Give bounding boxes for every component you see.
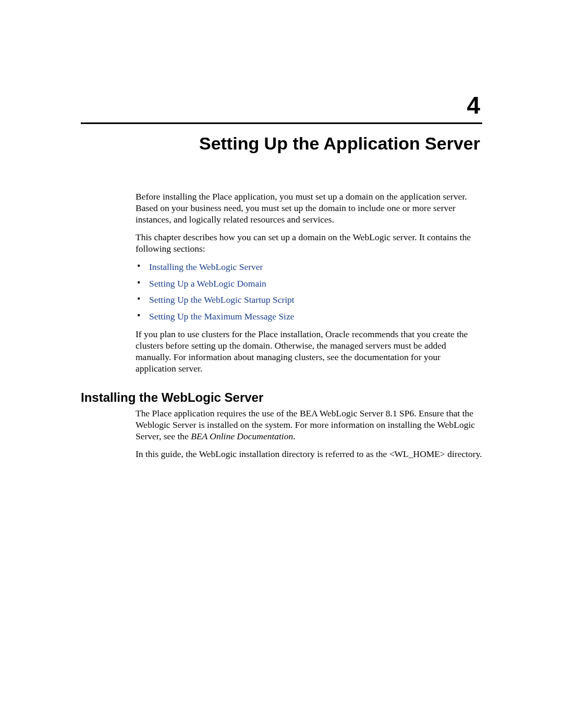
section1-paragraph-2: In this guide, the WebLogic installation… <box>136 449 482 460</box>
page: 4 Setting Up the Application Server Befo… <box>0 91 563 728</box>
section-links-list: Installing the WebLogic Server Setting U… <box>136 261 482 323</box>
intro-block: Before installing the Place application,… <box>136 191 482 375</box>
link-installing-weblogic[interactable]: Installing the WebLogic Server <box>149 262 263 272</box>
list-item: Setting Up a WebLogic Domain <box>136 277 482 290</box>
chapter-title: Setting Up the Application Server <box>81 133 482 154</box>
italic-reference: BEA Online Documentation <box>191 431 293 441</box>
text-run: . <box>293 431 295 441</box>
link-max-message-size[interactable]: Setting Up the Maximum Message Size <box>149 311 295 322</box>
link-setting-up-domain[interactable]: Setting Up a WebLogic Domain <box>149 278 266 289</box>
intro-paragraph-3: If you plan to use clusters for the Plac… <box>136 329 482 375</box>
section1-block: The Place application requires the use o… <box>136 408 482 460</box>
intro-paragraph-2: This chapter describes how you can set u… <box>136 232 482 255</box>
chapter-number: 4 <box>81 91 482 119</box>
list-item: Setting Up the WebLogic Startup Script <box>136 293 482 306</box>
chapter-rule <box>81 122 482 124</box>
text-run: The Place application requires the use o… <box>136 408 475 441</box>
section1-paragraph-1: The Place application requires the use o… <box>136 408 482 442</box>
intro-paragraph-1: Before installing the Place application,… <box>136 191 482 226</box>
list-item: Installing the WebLogic Server <box>136 261 482 274</box>
section-heading-installing: Installing the WebLogic Server <box>81 390 482 405</box>
list-item: Setting Up the Maximum Message Size <box>136 310 482 323</box>
link-startup-script[interactable]: Setting Up the WebLogic Startup Script <box>149 294 295 305</box>
